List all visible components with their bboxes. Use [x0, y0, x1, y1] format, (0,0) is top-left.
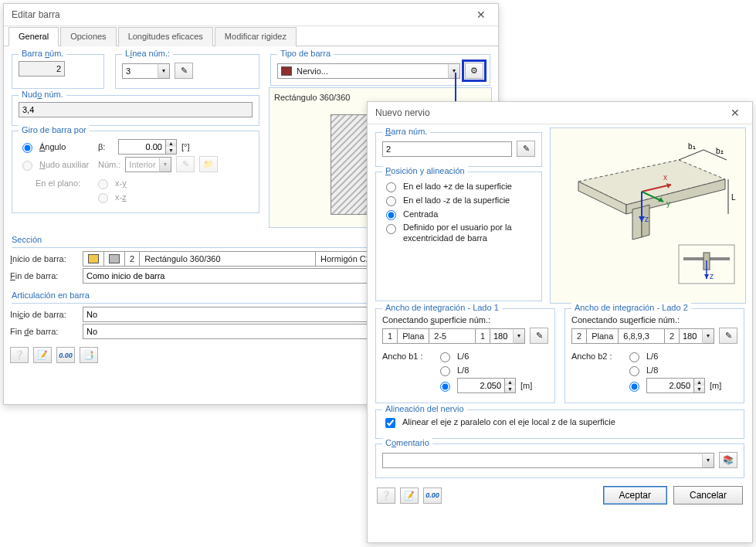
radio-cent[interactable] — [386, 210, 396, 220]
l8-2: L/8 — [646, 365, 658, 375]
barra-num-label: Barra núm. — [22, 49, 63, 58]
edit-bar-titlebar: Editar barra ✕ — [4, 4, 498, 26]
b1-l8[interactable] — [440, 366, 450, 376]
tab-opciones[interactable]: Opciones — [60, 27, 116, 46]
b1-up[interactable]: ▲ — [505, 379, 515, 386]
b2-l6[interactable] — [629, 352, 639, 362]
tab-general[interactable]: General — [8, 27, 59, 46]
s1-n2: 1 — [475, 328, 490, 344]
ancho-b1-label: Ancho b1 : — [382, 352, 432, 361]
align-label: Alineación del nervio — [382, 404, 467, 413]
pick-line-icon[interactable]: ✎ — [175, 63, 193, 79]
axis-y: y — [666, 199, 670, 208]
comment-lib-icon[interactable]: 📚 — [719, 452, 737, 468]
b2-input[interactable] — [647, 379, 693, 392]
new-rib-title: Nuevo nervio — [375, 107, 430, 118]
giro-label: Giro de barra por — [19, 125, 90, 134]
nudo-num-input[interactable] — [19, 102, 253, 117]
b1-l6[interactable] — [440, 352, 450, 362]
beta-label: β: — [98, 142, 114, 151]
new-rib-close-icon[interactable]: ✕ — [726, 107, 744, 119]
s2-ang-dd[interactable]: ▾ — [702, 328, 714, 344]
aceptar-button[interactable]: Aceptar — [603, 486, 667, 505]
b2-unit: [m] — [710, 381, 721, 390]
l6-2: L/6 — [646, 352, 658, 361]
units-icon[interactable]: 0.00 — [56, 347, 75, 363]
s1-ang-dd[interactable]: ▾ — [513, 328, 525, 344]
tab-long[interactable]: Longitudes eficaces — [118, 27, 213, 46]
radio-zpos[interactable] — [386, 182, 396, 192]
close-icon[interactable]: ✕ — [472, 8, 490, 21]
linea-num-input[interactable] — [122, 63, 158, 79]
folder-icon: 📁 — [199, 156, 218, 172]
dim-b2: b₂ — [716, 147, 724, 155]
edit-icon[interactable]: 📝 — [33, 347, 52, 363]
help-icon[interactable]: ❔ — [10, 347, 29, 363]
type-color-swatch — [281, 66, 292, 76]
b1-down[interactable]: ▼ — [505, 386, 515, 392]
side2-label: Ancho de integración - Lado 2 — [571, 303, 691, 312]
rib-units-icon[interactable]: 0.00 — [423, 488, 442, 504]
sec-name: Rectángulo 360/360 — [139, 251, 315, 267]
rib-pick-icon[interactable]: ✎ — [517, 141, 535, 157]
s2-surf: 6,8,9,3 — [618, 328, 664, 344]
beta-unit: [°] — [181, 142, 190, 151]
opt-zneg: En el lado -z de la superficie — [403, 195, 510, 205]
inicio-label: Inicio de barra: — [10, 254, 78, 263]
sec-num: 2 — [124, 251, 139, 267]
beta-down[interactable]: ▼ — [166, 147, 176, 154]
comment-label: Comentario — [385, 438, 429, 447]
opt-user: Definido por el usuario por la excentric… — [403, 222, 535, 244]
b1-unit: [m] — [520, 381, 532, 390]
pos-label: Posición y alineación — [385, 166, 465, 175]
rib-barra-input[interactable] — [382, 141, 512, 157]
s2-ang[interactable] — [679, 328, 702, 344]
interior-input — [125, 157, 159, 172]
s1-ang[interactable] — [490, 328, 513, 344]
l8-1: L/8 — [457, 365, 469, 375]
rib-diagram: x y z b₁ b₂ L z — [550, 127, 746, 304]
linea-num-dd[interactable]: ▾ — [158, 63, 170, 79]
l6-1: L/6 — [457, 352, 469, 361]
b2-custom[interactable] — [629, 382, 639, 392]
side1-label: Ancho de integración - Lado 1 — [382, 303, 502, 312]
radio-nudo-aux — [22, 161, 32, 171]
fin-label: Fin de barra: — [10, 271, 78, 280]
tipo-barra-label: Tipo de barra — [277, 49, 334, 58]
axis-x: x — [663, 173, 667, 182]
comment-input[interactable] — [382, 453, 702, 468]
angulo-label: Ángulo — [39, 142, 93, 151]
cancelar-button[interactable]: Cancelar — [673, 486, 743, 505]
align-checkbox[interactable] — [385, 418, 395, 428]
tab-strip: General Opciones Longitudes eficaces Mod… — [4, 26, 498, 46]
tipo-barra-value: Nervio... — [297, 66, 328, 76]
b1-custom[interactable] — [440, 382, 450, 392]
new-rib-titlebar: Nuevo nervio ✕ — [368, 102, 752, 124]
new-rib-dialog: Nuevo nervio ✕ Barra núm. ✎ Posición y a… — [367, 101, 753, 543]
rib-edit-icon[interactable]: 📝 — [400, 488, 419, 504]
s1-type: Plana — [397, 328, 429, 344]
comment-dd[interactable]: ▾ — [702, 453, 714, 468]
radio-zneg[interactable] — [386, 196, 396, 206]
artic-inicio-label: Inicio de barra: — [10, 310, 78, 319]
artic-fin-label: Fin de barra: — [10, 327, 78, 336]
export-icon[interactable]: 📑 — [80, 347, 98, 363]
beta-up[interactable]: ▲ — [166, 140, 176, 147]
inset-z: z — [710, 272, 714, 280]
barra-num-input[interactable] — [19, 61, 65, 76]
s1-pick-icon[interactable]: ✎ — [530, 328, 548, 344]
b2-up[interactable]: ▲ — [694, 379, 704, 386]
s1-surf: 2-5 — [429, 328, 475, 344]
beta-input[interactable] — [119, 140, 165, 154]
b2-down[interactable]: ▼ — [694, 386, 704, 392]
s2-pick-icon[interactable]: ✎ — [719, 328, 737, 344]
tab-rigidez[interactable]: Modificar rigidez — [215, 27, 297, 46]
xy-label: x-y — [115, 178, 127, 188]
b2-l8[interactable] — [629, 366, 639, 376]
radio-user[interactable] — [386, 224, 396, 234]
ancho-b2-label: Ancho b2 : — [571, 352, 621, 361]
edit-bar-title: Editar barra — [12, 9, 60, 20]
radio-angulo[interactable] — [22, 143, 32, 153]
b1-input[interactable] — [458, 379, 504, 392]
rib-help-icon[interactable]: ❔ — [377, 488, 395, 504]
